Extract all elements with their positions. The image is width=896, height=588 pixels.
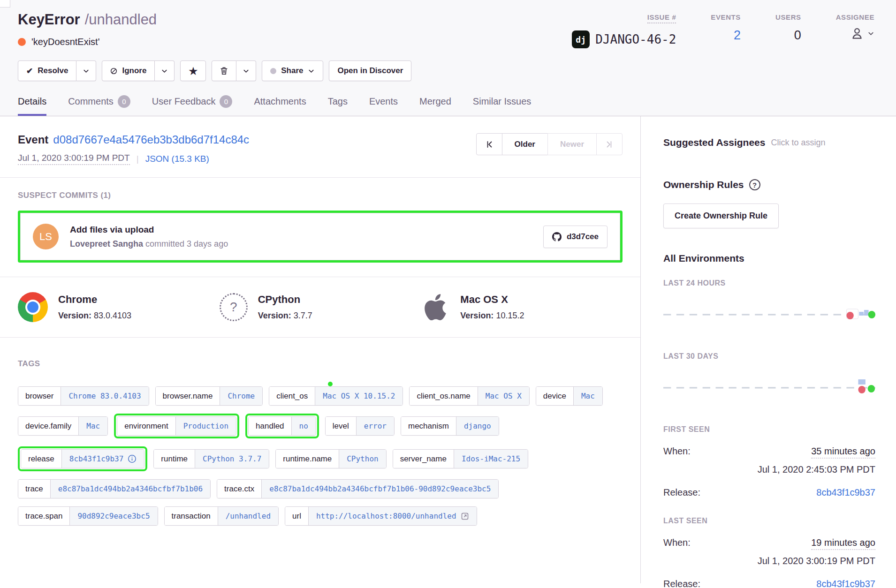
tag-value-link[interactable]: Mac OS X — [478, 387, 529, 405]
suggested-assignees-heading: Suggested Assignees Click to assign — [663, 137, 875, 148]
tag-client_os.name: client_os.nameMac OS X — [409, 386, 529, 406]
last-24-hours-label: LAST 24 HOURS — [663, 279, 875, 287]
newer-event-button[interactable]: Newer — [547, 133, 597, 155]
tag-value-link[interactable]: e8c87ba1dc494bb2a4346bcfbf7b1b06 — [50, 480, 210, 498]
tag-value-link[interactable]: /unhandled — [218, 507, 278, 525]
tags-heading: TAGS — [18, 359, 623, 369]
star-icon: ★ — [189, 66, 197, 76]
first-seen-block: FIRST SEEN When: 35 minutes ago Jul 1, 2… — [663, 425, 875, 498]
tag-handled: handledno — [245, 414, 319, 438]
create-ownership-rule-button[interactable]: Create Ownership Rule — [663, 204, 779, 228]
tag-browser.name: browser.nameChrome — [155, 386, 263, 406]
tag-key: trace — [18, 480, 50, 498]
tag-value-link[interactable]: Chrome — [220, 387, 262, 405]
tag-device: deviceMac — [536, 386, 603, 406]
tab-badge: 0 — [118, 95, 130, 108]
tab-events[interactable]: Events — [369, 95, 398, 116]
tag-value-link[interactable]: CPython — [339, 450, 386, 468]
tag-value-link[interactable]: Idos-iMac-215 — [454, 450, 528, 468]
tag-value-text: Mac OS X 10.15.2 — [323, 392, 395, 400]
tag-value-link[interactable]: django — [456, 417, 499, 435]
last-seen-release-link[interactable]: 8cb43f1c9b37 — [816, 579, 875, 588]
tag-level: levelerror — [325, 416, 395, 436]
version-label: Version: — [58, 311, 94, 320]
all-environments-heading: All Environments — [663, 253, 875, 264]
tag-key: trace.ctx — [217, 480, 261, 498]
tab-details[interactable]: Details — [18, 95, 46, 116]
delete-button[interactable] — [212, 60, 236, 81]
when-label: When: — [663, 446, 691, 457]
tab-merged[interactable]: Merged — [419, 95, 451, 116]
tab-tags[interactable]: Tags — [328, 95, 348, 116]
tag-value-link[interactable]: http://localhost:8000/unhandled — [308, 507, 477, 525]
stat-assignee: ASSIGNEE — [836, 13, 874, 48]
tag-value-text: e8c87ba1dc494bb2a4346bcfbf7b1b06 — [58, 484, 203, 493]
window-artifact — [0, 0, 10, 8]
person-icon — [850, 26, 865, 41]
tag-value-link[interactable]: CPython 3.7.7 — [195, 450, 269, 468]
bookmark-star-button[interactable]: ★ — [180, 60, 206, 81]
tab-user-feedback[interactable]: User Feedback0 — [152, 95, 233, 116]
tag-pill: transaction/unhandled — [164, 506, 279, 526]
issue-culprit: /unhandled — [85, 11, 157, 28]
older-event-button[interactable]: Older — [502, 133, 548, 155]
tab-comments[interactable]: Comments0 — [68, 95, 130, 116]
events-count[interactable]: 2 — [734, 28, 741, 43]
last-seen-absolute: Jul 1, 2020 3:00:19 PM PDT — [663, 556, 875, 566]
tag-value-link[interactable]: Chrome 83.0.4103 — [61, 387, 148, 405]
tag-trace.span: trace.span90d892c9eace3bc5 — [18, 506, 158, 526]
share-label: Share — [281, 66, 303, 75]
tag-value-link[interactable]: e8c87ba1dc494bb2a4346bcfbf7b1b06-90d892c… — [261, 480, 498, 498]
context-info: CPythonVersion: 3.7.7 — [258, 294, 312, 321]
tag-key: runtime.name — [276, 450, 339, 468]
tag-value-link[interactable]: Mac — [573, 387, 602, 405]
tag-transaction: transaction/unhandled — [164, 506, 279, 526]
sparkline-30d — [663, 365, 875, 408]
tag-value-link[interactable]: 90d892c9eace3bc5 — [69, 507, 157, 525]
tag-pill: trace.span90d892c9eace3bc5 — [18, 506, 158, 526]
highlight-box: handledno — [245, 414, 319, 438]
resolve-button[interactable]: ✔ Resolve — [18, 60, 76, 81]
tag-value-link[interactable]: Production — [175, 417, 236, 435]
open-in-discover-button[interactable]: Open in Discover — [329, 60, 411, 81]
tab-similar-issues[interactable]: Similar Issues — [473, 95, 531, 116]
tab-label: Comments — [68, 96, 114, 107]
tag-pill: mechanismdjango — [401, 416, 499, 436]
ownership-rules-title: Ownership Rules — [663, 179, 744, 190]
oldest-event-button[interactable] — [476, 133, 502, 155]
help-icon[interactable]: ? — [749, 179, 760, 190]
newest-event-button[interactable] — [596, 133, 623, 155]
issue-header: KeyError/unhandled 'keyDoesntExist' ISSU… — [0, 0, 896, 116]
users-count[interactable]: 0 — [794, 28, 801, 43]
tag-pill: levelerror — [325, 416, 395, 436]
tab-attachments[interactable]: Attachments — [254, 95, 306, 116]
tag-mechanism: mechanismdjango — [401, 416, 499, 436]
tag-value-text: /unhandled — [226, 512, 271, 520]
tag-value-link[interactable]: Mac — [78, 417, 107, 435]
tag-key: client_os — [269, 387, 315, 405]
green-marker-dot — [328, 382, 333, 386]
issue-short-id: DJANGO-46-2 — [595, 32, 676, 46]
event-id-link[interactable]: d08d7667e4a5476eb3b3db6d7f14c84c — [53, 133, 249, 146]
commit-sha-button[interactable]: d3d7cee — [543, 226, 607, 248]
first-seen-release-link[interactable]: 8cb43f1c9b37 — [816, 487, 875, 498]
stat-issue-number: ISSUE # dj DJANGO-46-2 — [572, 13, 676, 48]
assignee-dropdown[interactable] — [850, 26, 874, 41]
tag-key: transaction — [165, 507, 218, 525]
tag-value-link[interactable]: Mac OS X 10.15.2 — [315, 387, 402, 405]
resolve-dropdown-button[interactable] — [76, 60, 96, 81]
tag-value-link[interactable]: 8cb43f1c9b37 — [61, 450, 144, 468]
tag-value-link[interactable]: error — [356, 417, 394, 435]
delete-dropdown-button[interactable] — [236, 60, 256, 81]
event-json-link[interactable]: JSON (15.3 KB) — [145, 154, 209, 164]
ignore-dropdown-button[interactable] — [155, 60, 175, 81]
github-icon — [552, 232, 562, 241]
tab-badge: 0 — [220, 95, 232, 108]
tag-value-text: Chrome 83.0.4103 — [68, 392, 141, 400]
tag-value-text: e8c87ba1dc494bb2a4346bcfbf7b1b06-90d892c… — [269, 484, 491, 493]
ignore-button[interactable]: Ignore — [102, 60, 155, 81]
tag-value-link[interactable]: no — [291, 417, 316, 435]
last-seen-relative: 19 minutes ago — [811, 537, 875, 550]
share-button[interactable]: Share — [262, 60, 323, 81]
tags-section: TAGS browserChrome 83.0.4103browser.name… — [0, 338, 640, 535]
